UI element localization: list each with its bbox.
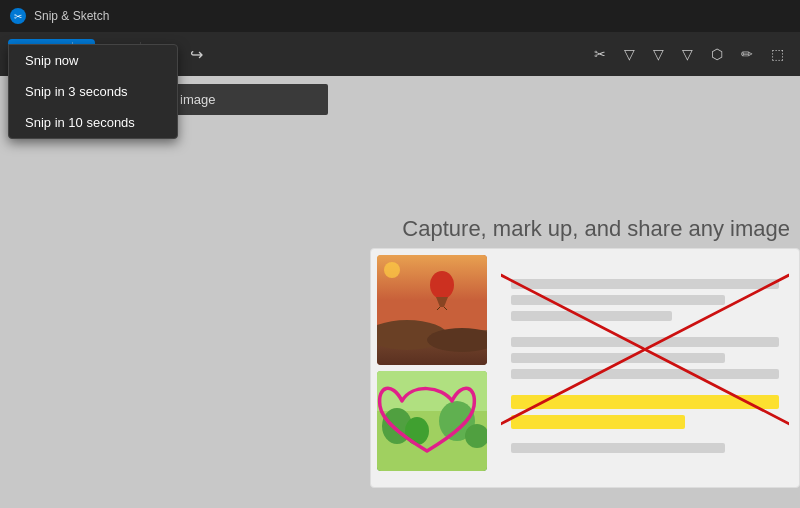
snip-3s-item[interactable]: Snip in 3 seconds bbox=[9, 76, 177, 107]
highlighter-icon: ▽ bbox=[682, 46, 693, 62]
heart-drawing-svg bbox=[377, 371, 487, 471]
snip-3s-label: Snip in 3 seconds bbox=[25, 84, 128, 99]
landscape-svg bbox=[377, 255, 487, 365]
preview-image-bottom bbox=[377, 371, 487, 471]
snip-now-label: Snip now bbox=[25, 53, 78, 68]
content-line-9 bbox=[511, 443, 725, 453]
preview-card bbox=[370, 248, 800, 488]
redo-icon: ↪ bbox=[190, 46, 203, 63]
content-line-8 bbox=[511, 415, 685, 429]
ruler-button[interactable]: ✏ bbox=[733, 40, 761, 68]
ballpoint-pen-button[interactable]: ▽ bbox=[616, 40, 643, 68]
svg-point-8 bbox=[384, 262, 400, 278]
highlighter-button[interactable]: ▽ bbox=[674, 40, 701, 68]
app-icon: ✂ bbox=[10, 8, 26, 24]
eraser-button[interactable]: ⬡ bbox=[703, 40, 731, 68]
content-line-6 bbox=[511, 369, 779, 379]
crop-icon: ⬚ bbox=[771, 46, 784, 62]
svg-point-4 bbox=[430, 271, 454, 299]
new-dropdown-menu: Snip now Snip in 3 seconds Snip in 10 se… bbox=[8, 44, 178, 139]
content-line-2 bbox=[511, 295, 725, 305]
main-content: screen or open an existing image Capture… bbox=[0, 76, 800, 508]
snip-now-item[interactable]: Snip now bbox=[9, 45, 177, 76]
pen-icon: ▽ bbox=[624, 46, 635, 62]
preview-left bbox=[371, 249, 491, 487]
center-text: Capture, mark up, and share any image bbox=[402, 216, 790, 242]
content-line-5 bbox=[511, 353, 725, 363]
pencil-icon: ▽ bbox=[653, 46, 664, 62]
touch-write-button[interactable]: ✂ bbox=[586, 40, 614, 68]
touch-icon: ✂ bbox=[594, 46, 606, 62]
content-line-3 bbox=[511, 311, 672, 321]
content-line-7 bbox=[511, 395, 779, 409]
preview-image-top bbox=[377, 255, 487, 365]
ruler-icon: ✏ bbox=[741, 46, 753, 62]
title-bar: ✂ Snip & Sketch bbox=[0, 0, 800, 32]
content-line-1 bbox=[511, 279, 779, 289]
snip-10s-label: Snip in 10 seconds bbox=[25, 115, 135, 130]
toolbar-right: ✂ ▽ ▽ ▽ ⬡ ✏ ⬚ bbox=[586, 40, 792, 68]
eraser-icon: ⬡ bbox=[711, 46, 723, 62]
content-line-4 bbox=[511, 337, 779, 347]
redo-button[interactable]: ↪ bbox=[182, 39, 211, 70]
pencil-button[interactable]: ▽ bbox=[645, 40, 672, 68]
preview-right bbox=[491, 249, 799, 487]
crop-button[interactable]: ⬚ bbox=[763, 40, 792, 68]
app-title: Snip & Sketch bbox=[34, 9, 109, 23]
snip-10s-item[interactable]: Snip in 10 seconds bbox=[9, 107, 177, 138]
